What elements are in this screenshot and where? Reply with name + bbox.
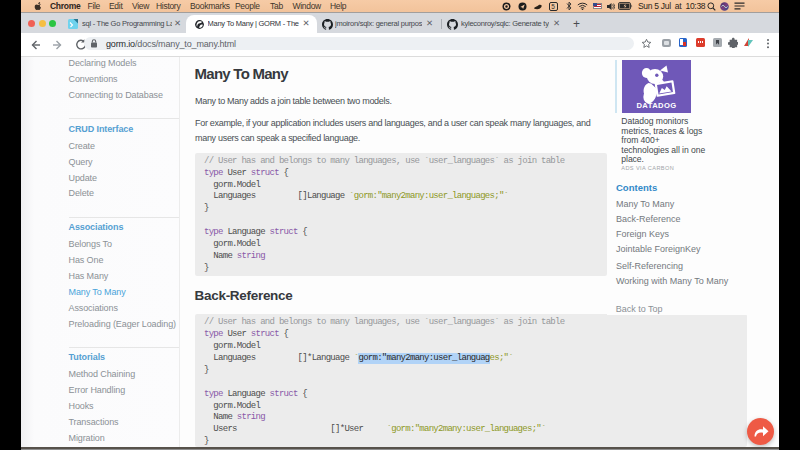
svg-text:DATADOG: DATADOG: [636, 101, 676, 110]
